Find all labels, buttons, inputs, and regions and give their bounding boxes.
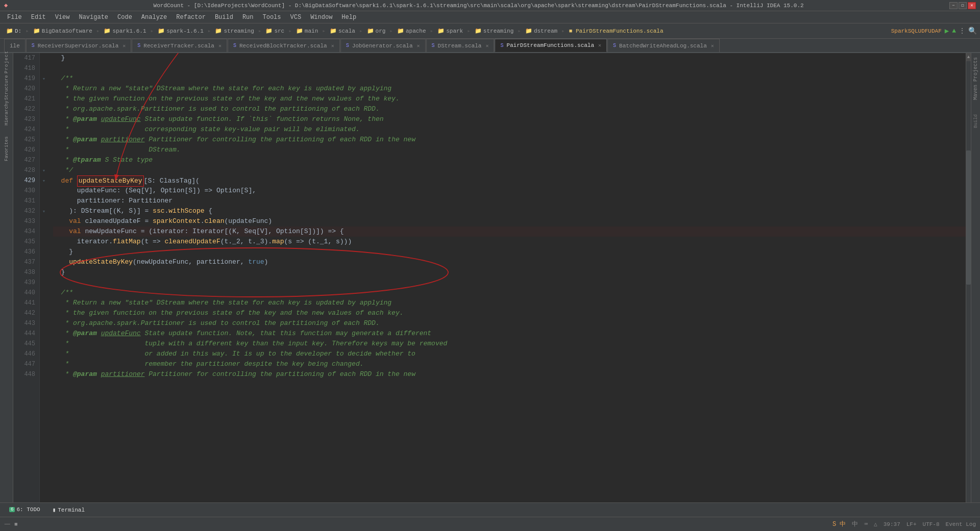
toolbar-apache[interactable]: 📁 apache — [394, 27, 429, 35]
tab-pair-dstream-functions-close[interactable]: ✕ — [598, 42, 601, 48]
toolbar-run-config[interactable]: SparkSQLUDFUDAF — [889, 28, 944, 34]
fold-429[interactable]: ▿ — [40, 175, 48, 186]
status-bar: ⸻ ■ S 中 中 ⌨ △ 39:37 LF+ UTF-8 Event Log — [0, 517, 980, 531]
menu-run[interactable]: Run — [238, 13, 258, 22]
scroll-track[interactable] — [966, 61, 971, 509]
close-button[interactable]: ✕ — [968, 2, 976, 9]
toolbar-spark-src[interactable]: 📁 spark-1.6.1 — [155, 27, 207, 35]
toolbar-spark[interactable]: 📁 spark — [434, 27, 466, 35]
tab-dstream[interactable]: S DStream.scala ✕ — [426, 39, 495, 52]
lf-indicator[interactable]: LF+ — [906, 521, 917, 527]
restore-button[interactable]: ◻ — [959, 2, 967, 9]
tab-ile[interactable]: ile — [4, 39, 26, 52]
toolbar-sep2: ▸ — [96, 28, 100, 34]
intellij-icon: ■ — [14, 521, 18, 527]
tab-receiver-tracker[interactable]: S ReceiverTracker.scala ✕ — [132, 39, 227, 52]
tab-receiver-supervisor-close[interactable]: ✕ — [122, 43, 126, 49]
tab-dstream-close[interactable]: ✕ — [485, 43, 488, 49]
toolbar-spark161[interactable]: 📁 spark1.6.1 — [101, 27, 149, 35]
toolbar-file[interactable]: ■ PairDStreamFunctions.scala — [566, 27, 667, 35]
status-right: S 中 中 ⌨ △ 39:37 LF+ UTF-8 Event Log — [832, 520, 976, 528]
tab-batched-write-ahead[interactable]: S BatchedWriteAheadLog.scala ✕ — [607, 39, 720, 52]
favorites-icon[interactable]: Favorites — [1, 143, 13, 155]
hierarchy-icon[interactable]: Hierarchy — [1, 107, 13, 119]
menu-window[interactable]: Window — [306, 13, 336, 22]
toolbar-search-everywhere[interactable]: 🔍 — [968, 27, 977, 35]
terminal-tab[interactable]: ▮ Terminal — [47, 505, 90, 514]
line-426: 426 — [13, 145, 35, 155]
line-428: 428 — [13, 165, 35, 175]
toolbar-main[interactable]: 📁 main — [293, 27, 321, 35]
tab-job-generator[interactable]: S JobGenerator.scala ✕ — [340, 39, 426, 52]
code-content[interactable]: ▿ ▿ ▿ ▿ } /** — [40, 53, 966, 517]
todo-label: 6: TODO — [16, 507, 40, 513]
tab-receiver-tracker-close[interactable]: ✕ — [218, 43, 222, 49]
terminal-label: Terminal — [58, 507, 85, 513]
build-label[interactable]: Build — [973, 112, 978, 130]
line-443: 443 — [13, 318, 35, 328]
tab-receiver-tracker-icon: S — [137, 43, 140, 48]
tab-batched-write-ahead-label: BatchedWriteAheadLog.scala — [619, 43, 707, 49]
code-line-427: * @tparam S State type — [53, 155, 966, 165]
line-448: 448 — [13, 369, 35, 380]
tab-received-block-tracker[interactable]: S ReceivedBlockTracker.scala ✕ — [228, 39, 340, 52]
toolbar-sep6: ▸ — [288, 28, 292, 34]
line-col-indicator[interactable]: 39:37 — [884, 521, 900, 527]
tab-pair-dstream-functions-icon: S — [500, 43, 503, 48]
minimize-button[interactable]: − — [949, 2, 958, 9]
toolbar-drive[interactable]: 📁 D: — [3, 27, 24, 35]
toolbar-big-data[interactable]: 📁 BigDataSoftware — [30, 27, 95, 35]
menu-edit[interactable]: Edit — [27, 13, 50, 22]
scala-indicator[interactable]: S 中 — [832, 520, 846, 528]
tab-received-block-tracker-close[interactable]: ✕ — [331, 43, 334, 49]
fold-column: ▿ ▿ ▿ ▿ — [40, 53, 48, 216]
tab-receiver-supervisor[interactable]: S ReceiverSupervisor.scala ✕ — [26, 39, 131, 52]
code-line-443: * org.apache.spark.Partitioner is used t… — [53, 318, 966, 328]
fold-432[interactable]: ▿ — [40, 206, 48, 216]
todo-tab[interactable]: 6 6: TODO — [4, 505, 45, 515]
code-editor[interactable]: 417 418 419 420 421 422 423 424 425 426 … — [13, 53, 971, 517]
window-title: WordCount - [D:\IdeaProjects\WordCount] … — [8, 3, 949, 9]
toolbar-src[interactable]: 📁 src — [262, 27, 287, 35]
tab-dstream-label: DStream.scala — [438, 43, 482, 49]
tab-batched-write-ahead-close[interactable]: ✕ — [711, 43, 714, 49]
code-line-448: * @param partitioner Partitioner for con… — [53, 369, 966, 380]
menu-code[interactable]: Code — [113, 13, 136, 22]
toolbar-sep5: ▸ — [258, 28, 262, 34]
vertical-scrollbar[interactable]: ▲ ▼ — [966, 53, 971, 517]
structure-icon[interactable]: Structure — [1, 82, 13, 94]
code-line-441: * Return a new "state" DStream where the… — [53, 298, 966, 308]
toolbar-debug-btn[interactable]: ▲ — [952, 27, 956, 35]
menu-build[interactable]: Build — [211, 13, 237, 22]
code-line-426: * DStream. — [53, 145, 966, 155]
line-436: 436 — [13, 247, 35, 257]
menu-help[interactable]: Help — [337, 13, 360, 22]
fold-428[interactable]: ▿ — [40, 165, 48, 175]
toolbar-streaming2[interactable]: 📁 streaming — [472, 27, 517, 35]
toolbar-streaming[interactable]: 📁 streaming — [212, 27, 257, 35]
menu-analyze[interactable]: Analyze — [137, 13, 171, 22]
code-line-425: * @param partitioner Partitioner for con… — [53, 135, 966, 145]
menu-vcs[interactable]: VCS — [286, 13, 306, 22]
menu-tools[interactable]: Tools — [259, 13, 285, 22]
encoding-indicator[interactable]: UTF-8 — [923, 521, 940, 527]
line-439: 439 — [13, 277, 35, 288]
toolbar-scala[interactable]: 📁 scala — [327, 27, 358, 35]
tab-job-generator-close[interactable]: ✕ — [417, 43, 420, 49]
toolbar-run-btn[interactable]: ▶ — [945, 27, 949, 35]
tab-pair-dstream-functions[interactable]: S PairDStreamFunctions.scala ✕ — [495, 39, 607, 52]
scroll-thumb[interactable] — [966, 150, 971, 285]
scroll-up[interactable]: ▲ — [966, 53, 971, 61]
menu-navigate[interactable]: Navigate — [75, 13, 112, 22]
toolbar-dstream[interactable]: 📁 dstream — [522, 27, 560, 35]
menu-refactor[interactable]: Refactor — [172, 13, 210, 22]
event-log-label[interactable]: Event Log — [946, 521, 976, 527]
maven-projects-label[interactable]: Maven Projects — [973, 55, 978, 102]
project-icon[interactable]: Project — [1, 56, 13, 68]
toolbar-sep1: ▸ — [26, 28, 29, 34]
fold-419[interactable]: ▿ — [40, 73, 48, 84]
tab-received-block-tracker-label: ReceivedBlockTracker.scala — [239, 43, 327, 49]
menu-file[interactable]: File — [3, 13, 26, 22]
menu-view[interactable]: View — [51, 13, 74, 22]
toolbar-org[interactable]: 📁 org — [364, 27, 389, 35]
